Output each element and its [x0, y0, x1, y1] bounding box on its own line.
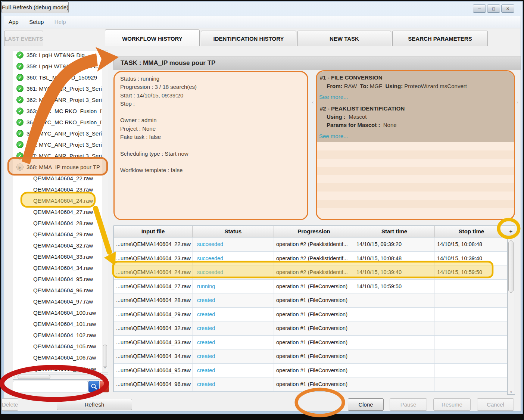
tab[interactable]: WORKFLOW HISTORY	[105, 29, 200, 46]
list-item-label: QEMMA140604_34.raw	[33, 265, 93, 271]
cell-progression: operation #1 (FileConversion)	[274, 349, 354, 363]
list-item[interactable]: QEMMA140604_105.raw	[13, 340, 102, 352]
cell-start-time	[354, 377, 435, 391]
list-item[interactable]: 363: MYC_MC RKO_Fusion_ITO	[13, 105, 102, 116]
cell-progression: operation #1 (FileConversion)	[274, 321, 354, 335]
clear-search-button[interactable]: ✕	[100, 381, 109, 392]
list-item[interactable]: QEMMA140604_107.raw	[13, 363, 102, 373]
scroll-down-icon[interactable]: ∨	[103, 365, 107, 369]
table-row[interactable]: ...urne\QEMMA140604_24.raw succeeded ope…	[114, 265, 507, 280]
task-info-line: Progression : 3 / 18 search(es)	[115, 84, 307, 92]
list-item[interactable]: 358: LpqH WT&NG Dig	[13, 50, 102, 60]
title-bar[interactable]: MS-Angel ─ ◻ ✕	[1, 1, 523, 16]
list-item[interactable]: QEMMA140604_29.raw	[13, 228, 102, 240]
table-row[interactable]: ...urne\QEMMA140604_22.raw succeeded ope…	[114, 237, 507, 252]
scrollbar-thumb[interactable]	[103, 345, 107, 368]
search-icon	[90, 383, 98, 391]
tab-label: LAST EVENTS	[4, 35, 43, 42]
footer-button[interactable]: Refresh	[57, 399, 132, 410]
list-item[interactable]: QEMMA140604_102.raw	[13, 329, 102, 340]
cell-stop-time	[435, 377, 508, 391]
splitter-right-icon[interactable]: ›	[517, 99, 518, 105]
task-action-button[interactable]: Resume	[433, 398, 471, 411]
tab-label: SEARCH PARAMETERS	[408, 35, 472, 42]
list-item[interactable]: QEMMA140604_96.raw	[13, 284, 102, 296]
list-item[interactable]: QEMMA140604_23.raw	[13, 184, 102, 195]
list-item[interactable]: QEMMA140604_27.raw	[13, 206, 102, 217]
cell-progression: operation #1 (FileConversion)	[274, 336, 354, 349]
minimize-button[interactable]: ─	[473, 4, 486, 13]
add-column-button[interactable]: +	[507, 225, 515, 237]
table-row[interactable]: ...urne\QEMMA140604_23.raw succeeded ope…	[114, 252, 507, 266]
list-item[interactable]: 365: MYC_ANR_Projet 3_Serie	[13, 128, 102, 139]
table-row[interactable]: ...urne\QEMMA140604_34.raw created opera…	[114, 349, 507, 364]
splitter-left-icon[interactable]: ‹	[312, 99, 314, 105]
search-button[interactable]	[88, 381, 99, 392]
list-item[interactable]: QEMMA140604_106.raw	[13, 352, 102, 363]
menu-bar: App Setup Help	[4, 16, 521, 28]
list-item[interactable]: QEMMA140604_22.raw	[13, 172, 102, 184]
table-row[interactable]: ...urne\QEMMA140604_29.raw created opera…	[114, 308, 507, 322]
table-row[interactable]: ...urne\QEMMA140604_95.raw created opera…	[114, 364, 507, 378]
list-item[interactable]: QEMMA140604_28.raw	[13, 217, 102, 228]
task-action-button[interactable]: Pause	[390, 398, 427, 411]
list-item[interactable]: 364: MYC_MC RKO_Fusion_ITO	[13, 116, 102, 128]
list-item[interactable]: 359: LpqH WT&NG Digest C	[13, 60, 102, 72]
list-item[interactable]: 362: MYC_ANR_Projet 3_Serie	[13, 94, 102, 105]
task-info-line: Start : 14/10/15, 09:39:20	[115, 92, 307, 100]
footer-button[interactable]: Full Refresh (debug mode)	[1, 1, 69, 13]
list-item[interactable]: QEMMA140604_101.raw	[13, 318, 102, 329]
table-row[interactable]: ...urne\QEMMA140604_28.raw created opera…	[114, 293, 507, 308]
list-item[interactable]: QEMMA140604_24.raw	[13, 195, 102, 206]
see-more-link[interactable]: See more...	[319, 133, 348, 139]
scroll-down-icon[interactable]: ∨	[508, 390, 515, 394]
list-item[interactable]: 368: MMA_IP mouse pour TP	[13, 161, 102, 172]
close-button[interactable]: ✕	[501, 4, 514, 13]
list-item[interactable]: 361: MYC_ANR_Projet 3_Serie	[13, 83, 102, 94]
cell-start-time	[354, 293, 435, 307]
see-more-link[interactable]: See more...	[319, 94, 348, 100]
column-header[interactable]: Start time	[354, 226, 435, 237]
list-item[interactable]: QEMMA140604_97.raw	[13, 296, 102, 307]
tab-label: WORKFLOW HISTORY	[122, 35, 183, 42]
list-item[interactable]: QEMMA140604_32.raw	[13, 240, 102, 251]
column-header[interactable]: Status	[193, 226, 274, 237]
column-header[interactable]: Input file	[114, 226, 193, 237]
table-row[interactable]: ...urne\QEMMA140604_32.raw created opera…	[114, 321, 507, 336]
scrollbar-thumb[interactable]	[508, 240, 514, 293]
list-horizontal-scrollbar[interactable]: ‹ ›	[13, 374, 108, 380]
column-header[interactable]: Progression	[274, 226, 354, 237]
task-info-line	[115, 109, 307, 117]
tab[interactable]: IDENTIFICATION HISTORY	[201, 31, 296, 46]
list-item[interactable]: QEMMA140604_34.raw	[13, 262, 102, 273]
table-row[interactable]: ...urne\QEMMA140604_27.raw running opera…	[114, 280, 507, 294]
tab[interactable]: NEW TASK	[297, 31, 391, 46]
table-row[interactable]: ...urne\QEMMA140604_96.raw created opera…	[114, 377, 507, 392]
tab[interactable]: SEARCH PARAMETERS	[392, 31, 488, 46]
menu-item[interactable]: Setup	[25, 16, 48, 25]
list-item[interactable]: QEMMA140604_100.raw	[13, 307, 102, 318]
list-item[interactable]: QEMMA140604_33.raw	[13, 251, 102, 262]
list-item-label: 359: LpqH WT&NG Digest C	[26, 63, 98, 69]
scroll-right-icon[interactable]: ›	[105, 374, 107, 379]
search-input[interactable]	[13, 381, 88, 392]
tab-label: IDENTIFICATION HISTORY	[213, 35, 284, 42]
list-item[interactable]: 360: TBL_MC_ETD_150929	[13, 72, 102, 83]
list-item[interactable]: 367: MYC_ANR_Projet 3_Serie	[13, 150, 102, 161]
menu-item[interactable]: App	[4, 16, 23, 25]
list-vertical-scrollbar[interactable]: ∨	[102, 50, 108, 373]
task-action-button[interactable]: Clone	[348, 398, 384, 411]
table-vertical-scrollbar[interactable]: ∨	[507, 237, 515, 395]
list-item[interactable]: 366: MYC_ANR_Projet 3_Serie	[13, 139, 102, 150]
table-row[interactable]: ...urne\QEMMA140604_33.raw created opera…	[114, 336, 507, 350]
menu-item[interactable]: Help	[50, 16, 71, 25]
scroll-left-icon[interactable]: ‹	[14, 374, 16, 379]
tab[interactable]: LAST EVENTS	[4, 31, 43, 46]
task-action-button[interactable]: Cancel	[477, 398, 514, 411]
task-action-button[interactable]: Delete	[1, 398, 18, 411]
list-item[interactable]: QEMMA140604_95.raw	[13, 273, 102, 284]
maximize-button[interactable]: ◻	[487, 4, 500, 13]
scrollbar-thumb[interactable]	[18, 375, 50, 379]
column-header[interactable]: Stop time	[435, 226, 508, 237]
list-item-label: QEMMA140604_24.raw	[33, 197, 93, 204]
